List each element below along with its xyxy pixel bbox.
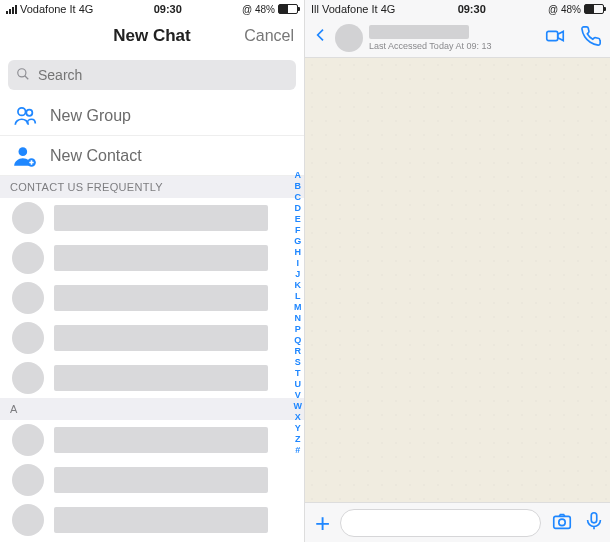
index-letter[interactable]: Z	[294, 434, 303, 445]
avatar	[12, 242, 44, 274]
back-button[interactable]	[313, 24, 329, 52]
index-letter[interactable]: L	[294, 291, 303, 302]
index-letter[interactable]: #	[294, 445, 303, 456]
avatar	[12, 504, 44, 536]
svg-marker-7	[558, 31, 564, 40]
index-letter[interactable]: Q	[294, 335, 303, 346]
index-letter[interactable]: C	[294, 192, 303, 203]
index-letter[interactable]: W	[294, 401, 303, 412]
nav-bar: New Chat Cancel	[0, 18, 304, 54]
status-left: Vodafone It 4G	[6, 3, 93, 15]
voice-call-button[interactable]	[580, 25, 602, 51]
status-right: @ 48%	[548, 4, 604, 15]
index-letter[interactable]: X	[294, 412, 303, 423]
index-letter[interactable]: S	[294, 357, 303, 368]
new-contact-label: New Contact	[50, 147, 142, 165]
list-item[interactable]	[0, 318, 304, 358]
search-icon	[16, 67, 30, 85]
group-icon	[12, 103, 38, 129]
index-letter[interactable]: R	[294, 346, 303, 357]
section-frequent: CONTACT US FREQUENTLY	[0, 176, 304, 198]
avatar	[12, 362, 44, 394]
index-letter[interactable]: P	[294, 324, 303, 335]
svg-rect-10	[591, 512, 597, 522]
index-letter[interactable]: T	[294, 368, 303, 379]
avatar	[12, 424, 44, 456]
status-bar: Ill Vodafone It 4G 09:30 @ 48%	[305, 0, 610, 18]
chat-screen: Ill Vodafone It 4G 09:30 @ 48% Last Acce…	[305, 0, 610, 542]
status-bar: Vodafone It 4G 09:30 @ 48%	[0, 0, 304, 18]
index-letter[interactable]: D	[294, 203, 303, 214]
new-group-row[interactable]: New Group	[0, 96, 304, 136]
svg-line-1	[25, 76, 29, 80]
camera-button[interactable]	[551, 510, 573, 536]
avatar	[12, 282, 44, 314]
svg-point-0	[18, 69, 26, 77]
list-item[interactable]	[0, 278, 304, 318]
message-input[interactable]	[340, 509, 541, 537]
index-letter[interactable]: G	[294, 236, 303, 247]
index-letter[interactable]: N	[294, 313, 303, 324]
svg-point-4	[19, 147, 28, 156]
signal-prefix: Ill	[311, 3, 319, 15]
index-letter[interactable]: B	[294, 181, 303, 192]
status-time: 09:30	[458, 3, 486, 15]
battery-icon	[584, 4, 604, 14]
contact-name-placeholder	[54, 427, 268, 453]
chat-title-area[interactable]: Last Accessed Today At 09: 13	[369, 25, 538, 51]
list-item[interactable]	[0, 198, 304, 238]
attach-button[interactable]: +	[315, 510, 330, 536]
svg-rect-6	[547, 31, 558, 40]
avatar	[12, 322, 44, 354]
list-item[interactable]	[0, 460, 304, 500]
carrier-label: Vodafone It 4G	[322, 3, 395, 15]
chat-body[interactable]	[305, 58, 610, 502]
battery-icon	[278, 4, 298, 14]
section-a: A	[0, 398, 304, 420]
avatar	[12, 464, 44, 496]
avatar	[12, 202, 44, 234]
alpha-index[interactable]: ABCDEFGHIJKLMNPQRSTUVWXYZ#	[294, 170, 303, 456]
svg-point-2	[18, 107, 26, 115]
index-letter[interactable]: E	[294, 214, 303, 225]
search-wrap	[0, 54, 304, 96]
index-letter[interactable]: A	[294, 170, 303, 181]
signal-icon	[6, 5, 17, 14]
contact-name-placeholder	[54, 365, 268, 391]
index-letter[interactable]: M	[294, 302, 303, 313]
video-call-button[interactable]	[544, 25, 566, 51]
list-item[interactable]	[0, 420, 304, 460]
contact-name-placeholder	[54, 205, 268, 231]
index-letter[interactable]: H	[294, 247, 303, 258]
last-access-label: Last Accessed Today At 09: 13	[369, 41, 538, 51]
new-chat-screen: Vodafone It 4G 09:30 @ 48% New Chat Canc…	[0, 0, 305, 542]
index-letter[interactable]: U	[294, 379, 303, 390]
index-letter[interactable]: V	[294, 390, 303, 401]
svg-rect-8	[554, 516, 571, 528]
status-time: 09:30	[154, 3, 182, 15]
battery-pct: @ 48%	[548, 4, 581, 15]
svg-point-9	[559, 519, 565, 525]
avatar[interactable]	[335, 24, 363, 52]
list-item[interactable]	[0, 238, 304, 278]
index-letter[interactable]: Y	[294, 423, 303, 434]
mic-button[interactable]	[583, 510, 605, 536]
chat-name-placeholder	[369, 25, 469, 39]
cancel-button[interactable]: Cancel	[244, 27, 294, 45]
index-letter[interactable]: I	[294, 258, 303, 269]
contacts-list: New Group New Contact CONTACT US FREQUEN…	[0, 96, 304, 542]
contact-name-placeholder	[54, 507, 268, 533]
chat-header: Last Accessed Today At 09: 13	[305, 18, 610, 58]
index-letter[interactable]: K	[294, 280, 303, 291]
contact-name-placeholder	[54, 325, 268, 351]
search-input[interactable]	[8, 60, 296, 90]
contact-name-placeholder	[54, 467, 268, 493]
contact-name-placeholder	[54, 285, 268, 311]
index-letter[interactable]: J	[294, 269, 303, 280]
chat-input-bar: +	[305, 502, 610, 542]
new-contact-row[interactable]: New Contact	[0, 136, 304, 176]
index-letter[interactable]: F	[294, 225, 303, 236]
list-item[interactable]	[0, 500, 304, 540]
list-item[interactable]	[0, 358, 304, 398]
add-contact-icon	[12, 143, 38, 169]
